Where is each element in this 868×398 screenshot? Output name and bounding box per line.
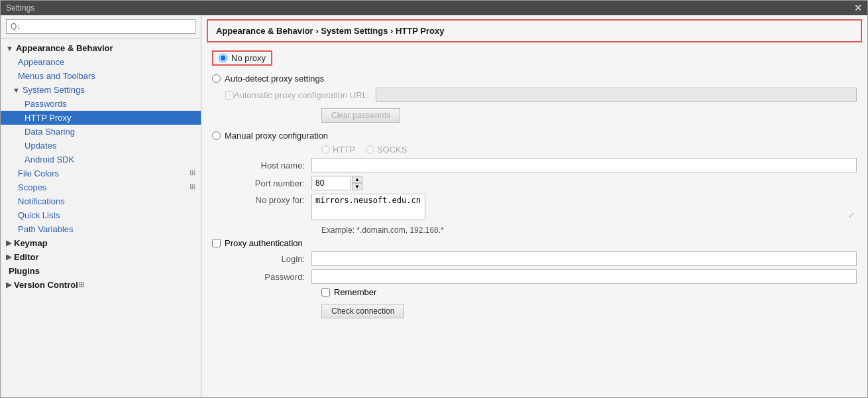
version-control-icon: ⊞ [78, 281, 84, 289]
port-input[interactable]: 80 [311, 176, 351, 190]
search-input[interactable] [6, 19, 195, 34]
no-proxy-for-label: No proxy for: [212, 194, 311, 205]
sidebar-group-label: Editor [14, 252, 39, 262]
auto-config-url-checkbox[interactable] [225, 91, 234, 100]
manual-proxy-option: Manual proxy configuration [212, 131, 857, 141]
sidebar-item-android-sdk[interactable]: Android SDK [1, 153, 201, 166]
login-label: Login: [212, 254, 311, 264]
search-box [1, 15, 201, 38]
sidebar-subgroup-system-settings[interactable]: ▼ System Settings [1, 83, 201, 97]
host-name-row: Host name: [212, 158, 857, 172]
sidebar-item-http-proxy[interactable]: HTTP Proxy [1, 111, 201, 125]
expand-arrow-icon: ▶ [6, 239, 11, 247]
auto-detect-label: Auto-detect proxy settings [225, 74, 324, 84]
check-connection-button[interactable]: Check connection [321, 304, 404, 318]
no-proxy-label: No proxy [231, 53, 266, 63]
main-content: ▼ Appearance & Behavior Appearance Menus… [1, 15, 867, 397]
manual-proxy-radio[interactable] [212, 131, 221, 140]
sidebar-item-scopes[interactable]: Scopes ⊞ [1, 180, 201, 194]
example-text: Example: *.domain.com, 192.168.* [321, 226, 857, 235]
proxy-auth-checkbox[interactable] [212, 239, 221, 247]
clear-passwords-row: Clear passwords [321, 105, 857, 125]
http-label: HTTP [333, 145, 355, 155]
form-area: No proxy Auto-detect proxy settings Auto… [201, 45, 867, 397]
sidebar-item-quick-lists[interactable]: Quick Lists [1, 208, 201, 222]
port-down-button[interactable]: ▼ [352, 183, 362, 190]
expand-arrow-icon: ▼ [13, 86, 20, 94]
expand-arrow-icon: ▼ [6, 44, 13, 52]
port-input-wrap: 80 ▲ ▼ [311, 176, 362, 190]
sidebar-item-data-sharing[interactable]: Data Sharing [1, 125, 201, 139]
port-up-button[interactable]: ▲ [352, 176, 362, 183]
no-proxy-for-wrap: mirrors.neusoft.edu.cn ⤢ [311, 194, 857, 222]
remember-row: Remember [321, 287, 857, 297]
login-input[interactable] [311, 251, 857, 266]
sidebar-item-passwords[interactable]: Passwords [1, 97, 201, 111]
port-spinner: ▲ ▼ [352, 176, 362, 190]
auto-config-url-input[interactable] [376, 88, 857, 102]
sidebar-item-notifications[interactable]: Notifications [1, 194, 201, 208]
expand-icon: ⤢ [848, 211, 854, 220]
sidebar-item-appearance[interactable]: Appearance [1, 55, 201, 69]
scopes-icon: ⊞ [190, 182, 195, 191]
clear-passwords-button[interactable]: Clear passwords [321, 108, 400, 123]
port-number-row: Port number: 80 ▲ ▼ [212, 176, 857, 190]
password-row: Password: [212, 269, 857, 284]
sidebar-group-appearance-behavior[interactable]: ▼ Appearance & Behavior [1, 41, 201, 55]
no-proxy-for-row: No proxy for: mirrors.neusoft.edu.cn ⤢ [212, 194, 857, 222]
remember-label: Remember [334, 287, 376, 297]
sidebar-item-file-colors[interactable]: File Colors ⊞ [1, 166, 201, 180]
main-panel: Appearance & Behavior › System Settings … [201, 15, 867, 397]
sidebar: ▼ Appearance & Behavior Appearance Menus… [1, 15, 201, 397]
sidebar-group-label: Keymap [14, 238, 48, 248]
remember-checkbox[interactable] [321, 288, 330, 297]
sidebar-group-label: Version Control [14, 280, 78, 290]
auto-detect-radio[interactable] [212, 74, 221, 83]
socks-label: SOCKS [377, 145, 407, 155]
close-button[interactable]: ✕ [854, 3, 862, 13]
no-proxy-option[interactable]: No proxy [219, 53, 266, 63]
auto-config-url-row: Automatic proxy configuration URL: [225, 88, 857, 102]
no-proxy-box: No proxy [212, 50, 272, 66]
file-colors-icon: ⊞ [190, 168, 195, 177]
sidebar-group-plugins[interactable]: Plugins [1, 264, 201, 278]
sidebar-group-label: Appearance & Behavior [16, 43, 113, 53]
proxy-auth-label: Proxy authentication [225, 238, 303, 248]
breadcrumb: Appearance & Behavior › System Settings … [207, 19, 862, 42]
settings-window: Settings ✕ ▼ Appearance & Behavior Appea… [0, 0, 868, 398]
sidebar-group-keymap[interactable]: ▶ Keymap [1, 236, 201, 250]
http-option[interactable]: HTTP [321, 145, 355, 155]
auto-detect-option: Auto-detect proxy settings [212, 74, 857, 84]
http-socks-row: HTTP SOCKS [321, 145, 857, 155]
manual-proxy-label: Manual proxy configuration [225, 131, 328, 141]
auto-config-url-label: Automatic proxy configuration URL: [234, 90, 369, 100]
password-label: Password: [212, 272, 311, 282]
expand-arrow-icon: ▶ [6, 281, 11, 289]
proxy-auth-row: Proxy authentication [212, 238, 857, 248]
host-label: Host name: [212, 161, 311, 170]
sidebar-group-editor[interactable]: ▶ Editor [1, 250, 201, 264]
titlebar: Settings ✕ [1, 1, 867, 15]
check-connection-row: Check connection [321, 301, 857, 321]
sidebar-tree: ▼ Appearance & Behavior Appearance Menus… [1, 38, 201, 397]
no-proxy-for-input[interactable]: mirrors.neusoft.edu.cn [311, 194, 425, 220]
host-input[interactable] [311, 158, 857, 172]
sidebar-subgroup-label: System Settings [23, 85, 85, 95]
socks-radio[interactable] [366, 145, 374, 154]
http-radio[interactable] [321, 145, 330, 154]
sidebar-group-label: Plugins [9, 266, 40, 276]
expand-arrow-icon: ▶ [6, 253, 11, 261]
password-input[interactable] [311, 269, 857, 284]
login-row: Login: [212, 251, 857, 266]
sidebar-item-updates[interactable]: Updates [1, 139, 201, 153]
port-label: Port number: [212, 178, 311, 188]
window-title: Settings [6, 3, 34, 13]
sidebar-item-menus-toolbars[interactable]: Menus and Toolbars [1, 69, 201, 83]
socks-option[interactable]: SOCKS [366, 145, 407, 155]
sidebar-group-version-control[interactable]: ▶ Version Control ⊞ [1, 278, 201, 292]
sidebar-item-path-variables[interactable]: Path Variables [1, 222, 201, 236]
no-proxy-radio[interactable] [219, 54, 227, 62]
